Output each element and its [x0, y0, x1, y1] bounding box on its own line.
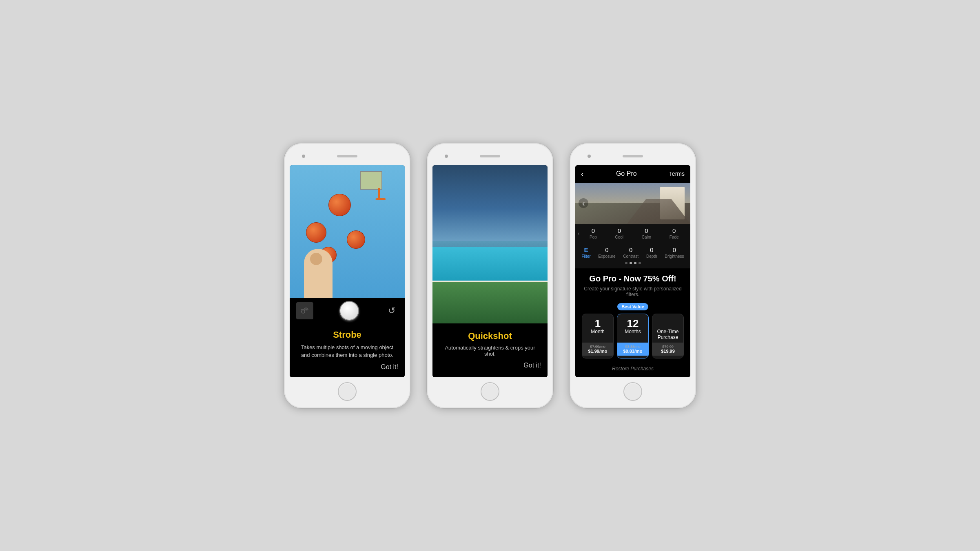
- month-12-new-price: $0.83/mo: [619, 349, 647, 354]
- pricing-12-months[interactable]: 12 Months $3.33/mo $0.83/mo: [617, 314, 649, 358]
- month-12-pricing: $3.33/mo $0.83/mo: [617, 343, 648, 356]
- one-time-period: One-Time Purchase: [655, 329, 681, 340]
- quickshot-photo-area: [432, 165, 548, 323]
- month-12-period: Months: [625, 329, 641, 334]
- contrast-label: Contrast: [623, 254, 639, 259]
- home-button-2[interactable]: [481, 382, 499, 401]
- cool-value: 0: [618, 227, 621, 234]
- gopro-header: ‹ Go Pro Terms: [575, 165, 690, 183]
- filter-divider: [578, 242, 688, 242]
- phone-2-bottom: [481, 382, 499, 401]
- filter-contrast[interactable]: 0 Contrast: [623, 246, 639, 259]
- got-it-button-1[interactable]: Got it!: [296, 363, 398, 371]
- cool-label: Cool: [615, 235, 624, 239]
- phone-1-top: [290, 150, 405, 162]
- depth-label: Depth: [646, 254, 657, 259]
- brightness-label: Brightness: [665, 254, 684, 259]
- filter-depth[interactable]: 0 Depth: [646, 246, 657, 259]
- month-1-period: Month: [591, 329, 604, 334]
- speaker-grille-2: [480, 155, 500, 157]
- got-it-button-2[interactable]: Got it!: [439, 362, 541, 369]
- quickshot-info-panel: Quickshot Automatically straightens & cr…: [432, 323, 548, 377]
- filter-strip: ‹ 0 Pop 0 Cool 0: [575, 224, 690, 268]
- pricing-options-row: 1 Month $7.99/mo $1.99/mo 12 Months: [582, 314, 684, 358]
- month-12-number: 12: [627, 318, 639, 329]
- quickshot-title: Quickshot: [439, 331, 541, 341]
- fade-value: 0: [672, 227, 676, 234]
- filter-row-1: ‹ 0 Pop 0 Cool 0: [578, 227, 688, 239]
- month-1-number: 1: [595, 318, 601, 329]
- filter-type-label: Filter: [581, 254, 590, 259]
- svg-point-1: [306, 310, 307, 310]
- filter-cool[interactable]: 0 Cool: [615, 227, 624, 239]
- restore-purchases-link[interactable]: Restore Purchases: [612, 366, 654, 372]
- filter-brightness[interactable]: 0 Brightness: [665, 246, 684, 259]
- strobe-info-panel: Strobe Takes multiple shots of a moving …: [290, 324, 405, 377]
- dot-2: [630, 262, 632, 264]
- phone-3-screen: ‹ Go Pro Terms ‹: [575, 165, 690, 377]
- hero-prev-arrow[interactable]: ‹: [579, 198, 588, 208]
- camera-dot-2: [445, 155, 448, 158]
- dot-1: [625, 262, 627, 264]
- person-figure: [302, 245, 339, 298]
- strobe-controls-bar: ↺: [290, 298, 405, 324]
- shutter-button[interactable]: [339, 301, 359, 321]
- filter-exposure[interactable]: 0 Exposure: [598, 246, 615, 259]
- depth-value: 0: [650, 246, 653, 253]
- phone-3: ‹ Go Pro Terms ‹: [570, 143, 696, 408]
- gopro-screen-title: Go Pro: [616, 170, 637, 177]
- month-1-new-price: $1.99/mo: [584, 349, 612, 354]
- gopro-promo-title: Go Pro - Now 75% Off!: [589, 274, 676, 283]
- pop-value: 0: [592, 227, 595, 234]
- filter-e-value: E: [584, 246, 588, 253]
- pool-edge: [432, 281, 548, 282]
- home-button-1[interactable]: [338, 382, 357, 401]
- phone-1: ↺ Strobe Takes multiple shots of a movin…: [284, 143, 410, 408]
- phone-2-screen: Quickshot Automatically straightens & cr…: [432, 165, 548, 377]
- best-value-badge: Best Value: [617, 303, 648, 310]
- mountain-photo: [575, 183, 690, 224]
- contrast-value: 0: [629, 246, 632, 253]
- phone-2-top: [432, 150, 548, 162]
- strobe-description: Takes multiple shots of a moving object …: [296, 343, 398, 359]
- month-1-pricing: $7.99/mo $1.99/mo: [582, 343, 613, 356]
- gopro-terms-link[interactable]: Terms: [669, 170, 685, 177]
- camera-dot-3: [588, 155, 591, 158]
- home-button-3[interactable]: [623, 382, 642, 401]
- filter-pop[interactable]: 0 Pop: [590, 227, 597, 239]
- gopro-back-button[interactable]: ‹: [581, 169, 584, 179]
- one-time-new-price: $19.99: [654, 349, 682, 354]
- filter-type[interactable]: E Filter: [581, 246, 590, 259]
- speaker-grille-3: [623, 155, 643, 157]
- gopro-hero-image: ‹: [575, 183, 690, 224]
- exposure-label: Exposure: [598, 254, 615, 259]
- basketball-2: [306, 222, 326, 243]
- basketball-1: [328, 194, 351, 216]
- thumbnail-icon[interactable]: [296, 302, 313, 319]
- dot-3: [634, 262, 636, 264]
- pricing-1-month[interactable]: 1 Month $7.99/mo $1.99/mo: [582, 314, 614, 358]
- exposure-value: 0: [605, 246, 608, 253]
- quickshot-description: Automatically straightens & crops your s…: [439, 345, 541, 357]
- strobe-title: Strobe: [296, 330, 398, 340]
- one-time-pricing: $79.99 $19.99: [652, 343, 683, 356]
- dot-4: [639, 262, 641, 264]
- pricing-one-time[interactable]: One-Time Purchase $79.99 $19.99: [652, 314, 684, 358]
- filter-fade[interactable]: 0 Fade: [670, 227, 679, 239]
- refresh-icon[interactable]: ↺: [385, 304, 398, 317]
- filter-row-2: E Filter 0 Exposure 0 Contrast 0: [578, 245, 688, 260]
- page-dots: [578, 260, 688, 267]
- calm-value: 0: [645, 227, 648, 234]
- filter-items-row1: 0 Pop 0 Cool 0 Calm: [581, 227, 688, 239]
- filter-prev-arrow[interactable]: ‹: [578, 230, 580, 237]
- filter-calm[interactable]: 0 Calm: [642, 227, 651, 239]
- phone-3-top: [575, 150, 690, 162]
- calm-label: Calm: [642, 235, 651, 239]
- gopro-pricing-content: Go Pro - Now 75% Off! Create your signat…: [575, 268, 690, 377]
- one-time-old-price: $79.99: [654, 345, 682, 349]
- month-12-old-price: $3.33/mo: [619, 345, 647, 349]
- phone-1-screen: ↺ Strobe Takes multiple shots of a movin…: [290, 165, 405, 377]
- phones-container: ↺ Strobe Takes multiple shots of a movin…: [268, 127, 712, 425]
- phone-3-bottom: [623, 382, 642, 401]
- gopro-mode-screen: ‹ Go Pro Terms ‹: [575, 165, 690, 377]
